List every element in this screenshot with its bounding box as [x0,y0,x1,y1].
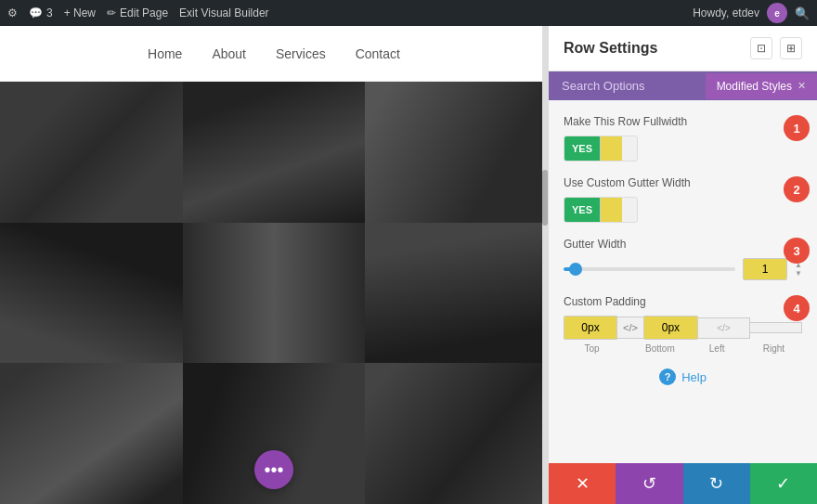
help-label: Help [681,370,707,384]
step-badge-3: 3 [784,238,810,264]
grid-cell-1 [0,82,183,223]
panel-columns-icon[interactable]: ⊞ [780,37,802,59]
gutter-toggle[interactable]: YES [564,197,638,223]
image-grid [0,82,548,504]
redo-button[interactable]: ↻ [683,463,750,504]
nav-item-about[interactable]: About [212,46,246,61]
step-badge-1: 1 [784,115,810,141]
panel-title: Row Settings [564,40,657,57]
padding-link-icon[interactable]: </> [617,317,644,339]
slider-arrows: ▲ ▼ [795,262,802,278]
panel-body: 1 Make This Row Fullwidth YES 2 Use Cust… [549,100,817,463]
nav-item-contact[interactable]: Contact [356,46,400,61]
step-badge-2: 2 [784,176,810,202]
site-nav: Home About Services Contact [0,26,548,82]
padding-labels: Top Bottom Left Right [564,343,802,354]
avatar: e [767,3,787,23]
gutter-width-section: 3 Gutter Width 1 ▲ ▼ [564,238,802,280]
exit-visual-builder-item[interactable]: Exit Visual Builder [179,6,269,19]
grid-cell-4 [0,223,183,364]
modified-styles-tab[interactable]: Modified Styles ✕ [706,73,817,99]
toggle-handle-1[interactable] [600,136,622,161]
cancel-icon: ✕ [576,473,590,494]
panel-footer: ✕ ↺ ↻ ✓ [549,463,817,504]
comment-item[interactable]: 💬 3 [29,6,53,19]
scrollbar-thumb[interactable] [542,170,548,226]
search-options-tab[interactable]: Search Options [549,71,706,100]
toggle-yes-label-2[interactable]: YES [564,198,600,222]
panel-tabs: Search Options Modified Styles ✕ [549,71,817,100]
grid-cell-9 [365,363,548,504]
new-label: + New [64,6,96,19]
padding-inputs: </> </> [564,316,802,340]
padding-right-input [750,322,802,333]
modified-styles-label: Modified Styles [717,80,792,93]
padding-bottom-input[interactable] [644,316,698,340]
fullwidth-section: 1 Make This Row Fullwidth YES [564,115,802,162]
fullwidth-label: Make This Row Fullwidth [564,115,802,128]
gutter-section: 2 Use Custom Gutter Width YES [564,176,802,223]
slider-thumb[interactable] [569,263,582,276]
edit-page-label: Edit Page [120,6,168,19]
preview-scrollbar[interactable] [542,26,548,504]
fullwidth-toggle[interactable]: YES [564,136,638,162]
admin-search-icon[interactable]: 🔍 [795,6,810,20]
padding-right-label: Right [746,343,802,354]
wp-logo[interactable]: ⚙ [7,6,18,19]
nav-item-services[interactable]: Services [276,46,326,61]
nav-item-home[interactable]: Home [148,46,182,61]
cancel-button[interactable]: ✕ [549,463,616,504]
save-icon: ✓ [776,473,790,494]
help-icon: ? [659,368,676,385]
padding-top-input[interactable] [564,316,617,340]
pencil-icon: ✏ [107,6,116,19]
toggle-handle-2[interactable] [600,198,622,222]
padding-left-input[interactable]: </> [698,317,750,339]
toggle-yes-label-1[interactable]: YES [564,136,600,161]
redo-icon: ↻ [709,473,723,494]
panel-header-icons: ⊡ ⊞ [750,37,802,59]
undo-icon: ↺ [642,473,656,494]
undo-button[interactable]: ↺ [616,463,682,504]
grid-cell-7 [0,363,183,504]
admin-bar: ⚙ 💬 3 + New ✏ Edit Page Exit Visual Buil… [0,0,817,26]
padding-label: Custom Padding [564,295,802,308]
save-button[interactable]: ✓ [750,463,817,504]
exit-label: Exit Visual Builder [179,6,269,19]
panel-header: Row Settings ⊡ ⊞ [549,26,817,71]
modified-close-icon[interactable]: ✕ [798,80,806,92]
grid-cell-6 [365,223,548,364]
main-layout: Home About Services Contact ••• [0,26,817,504]
admin-bar-right: Howdy, etdev e 🔍 [693,3,810,23]
gutter-width-track[interactable] [564,267,735,271]
padding-section: 4 Custom Padding </> </> Top Bottom Left… [564,295,802,354]
panel-expand-icon[interactable]: ⊡ [750,37,772,59]
settings-panel: Row Settings ⊡ ⊞ Search Options Modified… [548,26,817,504]
howdy-text: Howdy, etdev [693,6,759,19]
site-preview: Home About Services Contact ••• [0,26,548,504]
padding-bottom-label: Bottom [631,343,688,354]
new-item[interactable]: + New [64,6,96,19]
comment-count: 3 [46,6,53,19]
gutter-width-label: Gutter Width [564,238,802,251]
grid-cell-5 [183,223,366,364]
slider-down-arrow[interactable]: ▼ [795,270,802,278]
grid-cell-2 [183,82,366,223]
gutter-label: Use Custom Gutter Width [564,176,802,189]
dots-icon: ••• [264,459,283,481]
gutter-width-slider-row: 1 ▲ ▼ [564,258,802,280]
gutter-width-value[interactable]: 1 [743,258,787,280]
padding-left-label: Left [689,343,746,354]
edit-page-item[interactable]: ✏ Edit Page [107,6,168,19]
comment-icon: 💬 [29,6,43,19]
padding-top-label: Top [564,343,620,354]
floating-action-button[interactable]: ••• [254,450,293,489]
wp-icon: ⚙ [7,6,18,19]
grid-cell-3 [365,82,548,223]
help-link[interactable]: ? Help [564,368,802,385]
step-badge-4: 4 [784,295,810,321]
